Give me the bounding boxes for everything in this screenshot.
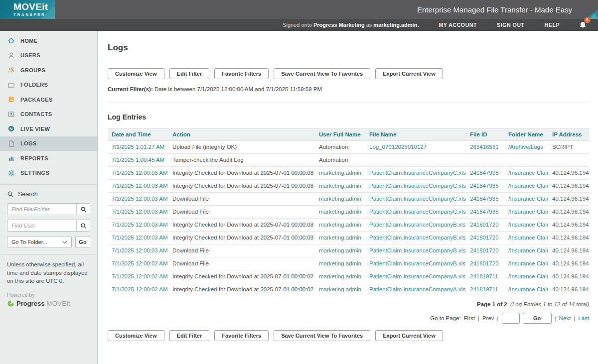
log-fileid-link[interactable]: 241801720 bbox=[470, 260, 499, 266]
next-page-link[interactable]: Next bbox=[559, 315, 571, 321]
log-folder-link[interactable]: /Insurance Claims bbox=[508, 235, 548, 241]
log-datetime-link[interactable]: 7/1/2025 12:00:03 AM bbox=[112, 170, 168, 176]
export-current-view-button[interactable]: Export Current View bbox=[375, 330, 443, 341]
log-user-link[interactable]: marketing.admin bbox=[319, 235, 361, 241]
log-datetime-link[interactable]: 7/1/2025 12:00:03 AM bbox=[112, 183, 168, 189]
log-filename-link[interactable]: PatientClaim.InsuranceCompanyB.xlsx bbox=[369, 235, 466, 241]
customize-view-button[interactable]: Customize View bbox=[108, 330, 164, 341]
customize-view-button[interactable]: Customize View bbox=[108, 68, 164, 79]
search-section-title: Search bbox=[18, 191, 38, 198]
notifications-button[interactable]: 8 bbox=[579, 21, 587, 29]
go-to-folder-button[interactable]: Go bbox=[75, 236, 90, 248]
log-filename-link[interactable]: PatientClaim.InsuranceCompanyB.xlsx bbox=[369, 222, 466, 228]
sidebar-item-packages[interactable]: PACKAGES bbox=[0, 92, 97, 107]
log-filename-link[interactable]: PatientClaim.InsuranceCompanyC.xlsx bbox=[369, 196, 466, 202]
log-user-link[interactable]: marketing.admin bbox=[319, 286, 361, 292]
log-datetime-link[interactable]: 7/1/2025 12:00:03 AM bbox=[112, 209, 168, 215]
log-datetime-link[interactable]: 7/1/2025 1:00:45 AM bbox=[112, 157, 164, 163]
log-datetime-link[interactable]: 7/1/2025 12:00:03 AM bbox=[112, 235, 168, 241]
log-folder-link[interactable]: /Insurance Claims bbox=[508, 183, 548, 189]
log-filename-link[interactable]: Log_07012025010127 bbox=[369, 144, 427, 150]
log-user-link[interactable]: marketing.admin bbox=[319, 209, 361, 215]
log-row: 7/1/2025 12:00:03 AMDownload Filemarketi… bbox=[108, 244, 589, 257]
help-link[interactable]: HELP bbox=[545, 22, 560, 28]
column-header-date-and-time: Date and Time bbox=[108, 128, 168, 141]
find-user-input[interactable] bbox=[7, 220, 76, 231]
log-user-link[interactable]: marketing.admin bbox=[319, 170, 361, 176]
log-user-link[interactable]: marketing.admin bbox=[319, 247, 361, 253]
log-user-link[interactable]: marketing.admin bbox=[319, 260, 361, 266]
log-fileid-link[interactable]: 241801720 bbox=[470, 222, 499, 228]
edit-filter-button[interactable]: Edit Filter bbox=[169, 330, 210, 341]
log-fileid-link[interactable]: 241847935 bbox=[470, 170, 499, 176]
sidebar-item-live-view[interactable]: LIVE VIEW bbox=[0, 121, 97, 136]
sidebar-item-groups[interactable]: GROUPS bbox=[0, 63, 97, 78]
sidebar-item-home[interactable]: HOME bbox=[0, 33, 97, 48]
log-filename-link[interactable]: PatientClaim.InsuranceCompanyC.xlsx bbox=[369, 170, 466, 176]
log-datetime-link[interactable]: 7/1/2025 12:00:02 AM bbox=[112, 273, 168, 279]
log-folder-link[interactable]: /Insurance Claims bbox=[508, 170, 548, 176]
page-number-input[interactable] bbox=[502, 313, 520, 324]
log-datetime-link[interactable]: 7/1/2025 12:00:03 AM bbox=[112, 247, 168, 253]
sidebar-item-folders[interactable]: FOLDERS bbox=[0, 78, 97, 93]
sign-out-link[interactable]: SIGN OUT bbox=[497, 22, 525, 28]
log-folder-link[interactable]: /Insurance Claims bbox=[508, 209, 548, 215]
export-current-view-button[interactable]: Export Current View bbox=[375, 68, 443, 79]
log-user-link[interactable]: marketing.admin bbox=[319, 183, 361, 189]
log-folder-link[interactable]: /Insurance Claims bbox=[508, 196, 548, 202]
prev-page-link[interactable]: Prev bbox=[482, 315, 494, 321]
last-page-link[interactable]: Last bbox=[578, 315, 589, 321]
log-datetime-link[interactable]: 7/1/2025 1:01:27 AM bbox=[112, 144, 164, 150]
log-user-link[interactable]: marketing.admin bbox=[319, 273, 361, 279]
save-current-view-to-favorites-button[interactable]: Save Current View To Favorites bbox=[274, 68, 370, 79]
find-user-search-button[interactable] bbox=[76, 220, 90, 231]
sidebar-item-reports[interactable]: REPORTS bbox=[0, 151, 97, 166]
go-to-folder-select[interactable]: Go To Folder... bbox=[7, 236, 72, 248]
log-datetime-link[interactable]: 7/1/2025 12:00:02 AM bbox=[112, 260, 168, 266]
save-current-view-to-favorites-button[interactable]: Save Current View To Favorites bbox=[274, 330, 370, 341]
log-fileid-link[interactable]: 241847935 bbox=[470, 196, 499, 202]
find-file-input[interactable] bbox=[7, 204, 76, 215]
log-fileid-link[interactable]: 241819711 bbox=[470, 273, 498, 279]
moveit-logo[interactable]: MOVEit TRANSFER bbox=[0, 0, 55, 19]
log-folder-link[interactable]: /Insurance Claims bbox=[508, 286, 548, 292]
log-filename-link[interactable]: PatientClaim.InsuranceCompanyC.xlsx bbox=[369, 209, 466, 215]
favorite-filters-button[interactable]: Favorite Filters bbox=[214, 68, 269, 79]
goto-page-label: Go to Page: bbox=[430, 315, 460, 321]
log-datetime-link[interactable]: 7/1/2025 12:00:03 AM bbox=[112, 196, 168, 202]
log-folder-link[interactable]: /Insurance Claims bbox=[508, 222, 548, 228]
log-folder-link[interactable]: /Insurance Claims bbox=[508, 247, 548, 253]
log-filename-link[interactable]: PatientClaim.InsuranceCompanyA.xlsx bbox=[369, 286, 466, 292]
main-content: Logs Customize ViewEdit FilterFavorite F… bbox=[98, 31, 598, 364]
log-fileid-link[interactable]: 263416531 bbox=[470, 144, 499, 150]
log-folder-link[interactable]: /Insurance Claims bbox=[508, 273, 548, 279]
log-filename-link[interactable]: PatientClaim.InsuranceCompanyB.xlsx bbox=[369, 260, 466, 266]
log-filename-link[interactable]: PatientClaim.InsuranceCompanyB.xlsx bbox=[369, 247, 466, 253]
log-fileid-link[interactable]: 241801720 bbox=[470, 235, 499, 241]
log-user-link[interactable]: marketing.admin bbox=[319, 196, 361, 202]
log-fileid-link[interactable]: 241847935 bbox=[470, 183, 499, 189]
log-filename-link[interactable]: PatientClaim.InsuranceCompanyC.xlsx bbox=[369, 183, 466, 189]
edit-filter-button[interactable]: Edit Filter bbox=[169, 68, 210, 79]
log-fileid-link[interactable]: 241847935 bbox=[470, 209, 499, 215]
sidebar-item-users[interactable]: USERS bbox=[0, 48, 97, 63]
sidebar-item-contacts[interactable]: CONTACTS bbox=[0, 107, 97, 122]
log-folder-link[interactable]: /Insurance Claims bbox=[508, 260, 548, 266]
logs-icon bbox=[7, 140, 15, 147]
find-file-search-button[interactable] bbox=[76, 204, 90, 215]
log-filename-link[interactable]: PatientClaim.InsuranceCompanyA.xlsx bbox=[369, 273, 466, 279]
log-fileid-link[interactable]: 241801720 bbox=[470, 247, 499, 253]
my-account-link[interactable]: MY ACCOUNT bbox=[439, 22, 477, 28]
log-fileid-link[interactable]: 241819711 bbox=[470, 286, 498, 292]
go-page-button[interactable]: Go bbox=[523, 313, 552, 324]
log-datetime-link[interactable]: 7/1/2025 12:00:02 AM bbox=[112, 286, 168, 292]
log-folder-link[interactable]: /Archive/Logs bbox=[508, 144, 543, 150]
favorite-filters-button[interactable]: Favorite Filters bbox=[214, 330, 269, 341]
log-datetime-link[interactable]: 7/1/2025 12:00:03 AM bbox=[112, 222, 168, 228]
first-page-link[interactable]: First bbox=[464, 315, 475, 321]
log-user-link[interactable]: marketing.admin bbox=[319, 222, 361, 228]
table-header-row: Date and TimeActionUser Full NameFile Na… bbox=[108, 128, 589, 141]
sidebar-item-settings[interactable]: SETTINGS bbox=[0, 166, 97, 181]
sidebar-item-logs[interactable]: LOGS bbox=[0, 136, 97, 151]
log-action: Integrity Checked for Download at 2025-0… bbox=[172, 273, 313, 279]
